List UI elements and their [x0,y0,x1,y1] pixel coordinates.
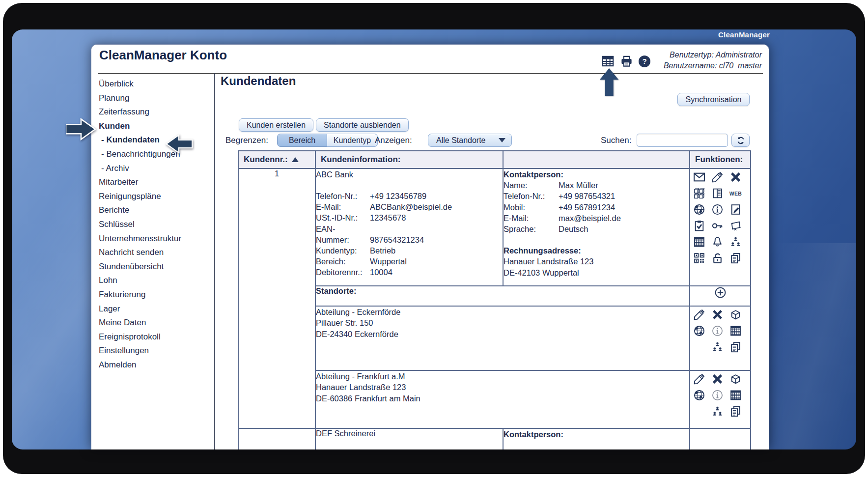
spreadsheet-icon[interactable] [693,236,705,248]
sidebar-item[interactable]: Berichte [99,203,213,218]
printer-icon[interactable] [620,55,633,68]
sidebar-item[interactable]: Schlüssel [99,218,213,232]
window-title: CleanManager Konto [99,48,227,63]
limit-area-button[interactable]: Bereich [277,134,327,147]
create-customer-button[interactable]: Kunden erstellen [239,118,313,132]
search-label: Suchen: [601,136,631,145]
site-row: Abteilung - Frankfurt a.M Hanauer Landst… [238,370,751,428]
sites-filter-dropdown[interactable]: Alle Standorte [428,134,512,147]
contact-row: Name: Max Müller [504,180,689,191]
sidebar-item[interactable]: Einstellungen [99,344,213,358]
sidebar-item[interactable]: Mitarbeiter [99,175,213,190]
mail-icon[interactable] [693,171,705,183]
clipboard-check-icon[interactable] [693,220,705,232]
info-icon[interactable] [711,203,724,216]
globe-icon[interactable] [693,203,705,216]
customer-table-wrap: Kundennr.: Kundeninformation: Funktionen… [238,150,750,449]
refresh-icon [736,136,746,145]
edit-icon[interactable] [711,171,724,183]
qr-code-icon[interactable] [693,252,705,264]
refresh-button[interactable] [731,134,750,147]
copy-icon[interactable] [729,405,742,418]
org-chart-icon[interactable] [711,405,724,418]
customer-name: ABC Bank [316,169,503,180]
col-header-functions: Funktionen: [690,151,751,168]
unlock-icon[interactable] [711,252,724,264]
copy-icon[interactable] [729,252,742,264]
web-link[interactable]: WEB [729,191,742,196]
sidebar-item[interactable]: Meine Daten [99,316,213,330]
col-header-number[interactable]: Kundennr.: [238,151,315,168]
info-row: Kundentyp: Betrieb [316,245,503,256]
sidebar-item[interactable]: - Benachrichtigungen [99,147,213,162]
info-icon[interactable] [711,325,724,337]
copy-icon[interactable] [729,341,742,353]
info-row: Nummer: 987654321234 [316,234,503,245]
annotation-arrow-left-icon [164,134,194,154]
globe-icon[interactable] [693,389,705,401]
add-circle-icon[interactable] [714,286,727,299]
info-icon[interactable] [711,389,724,401]
contact-heading: Kontaktperson: [504,169,689,180]
delete-icon[interactable] [729,171,742,183]
edit-icon[interactable] [693,373,705,385]
sidebar-item[interactable]: Stundenübersicht [99,260,213,274]
customer-row: 1 ABC Bank Telefon-Nr.: +49 123456789 [238,168,751,286]
synchronisation-button[interactable]: Synchronisation [677,93,750,106]
spreadsheet-icon[interactable] [729,389,742,401]
annotation-arrow-up-icon [598,67,620,96]
sidebar-item[interactable]: - Archiv [99,162,213,176]
site-line: DE-60386 Frankfurt am Main [316,393,689,404]
customer-functions-cell: WEB [690,168,751,286]
limit-segmented-control: Bereich Kundentyp [277,134,378,147]
info-row: Bereich: Wuppertal [316,256,503,267]
bell-icon[interactable] [711,236,724,248]
cube-icon[interactable] [729,309,742,321]
key-icon[interactable] [711,220,724,232]
site-functions-cell [690,370,751,428]
sidebar-item[interactable]: Kunden [99,119,213,134]
help-icon[interactable]: ? [639,56,650,67]
sidebar-item[interactable]: Überblick [99,77,213,91]
sidebar-item[interactable]: Reinigungspläne [99,190,213,204]
globe-icon[interactable] [693,325,705,337]
limit-type-button[interactable]: Kundentyp [327,134,378,147]
sidebar-item[interactable]: Fakturierung [99,288,213,302]
note-edit-icon[interactable] [729,203,742,216]
org-chart-icon[interactable] [729,236,742,248]
next-customer-partial-row: DEF Schreinerei Kontaktperson: [238,428,751,449]
cube-icon[interactable] [729,373,742,385]
sidebar-item[interactable]: Unternehmensstruktur [99,232,213,246]
delete-icon[interactable] [711,309,724,321]
contact-list: Name: Max Müller Telefon-Nr.: +49 987654… [504,180,689,234]
edit-icon[interactable] [693,309,705,321]
sort-asc-icon[interactable] [292,157,299,162]
site-line: Abteilung - Frankfurt a.M [316,371,689,382]
site-line: Pillauer Str. 150 [316,317,689,328]
delete-icon[interactable] [711,373,724,385]
plan-board-icon[interactable] [729,220,742,232]
spreadsheet-icon[interactable] [601,55,615,68]
search-input[interactable] [637,134,728,147]
window-toolbar: ? [601,55,650,68]
org-chart-icon[interactable] [711,341,724,353]
brand-watermark: CleanManager [718,30,770,39]
sidebar-item[interactable]: Nachricht senden [99,246,213,260]
site-row: Abteilung - Eckernförde Pillauer Str. 15… [238,306,751,370]
billing-heading: Rechnungsadresse: [504,245,689,256]
toggle-sites-button[interactable]: Standorte ausblenden [316,118,409,132]
sidebar-item[interactable]: Ereignisprotokoll [99,330,213,344]
site-address-cell: Abteilung - Frankfurt a.M Hanauer Landst… [315,370,690,428]
contact-row: Telefon-Nr.: +49 987654321 [504,191,689,201]
catalog-icon[interactable] [711,187,724,199]
sidebar-item[interactable]: Zeiterfassung [99,105,213,119]
sidebar-item[interactable]: Lager [99,302,213,316]
billing-line: DE-42103 Wuppertal [504,267,689,278]
header-divider [98,73,763,74]
sidebar-item[interactable]: Lohn [99,274,213,288]
sidebar-item[interactable]: Planung [99,91,213,106]
sidebar-item[interactable]: Abmelden [99,358,213,372]
spreadsheet-icon[interactable] [729,325,742,337]
app-window: CleanManager Konto ? Benutzertyp: Admini… [91,44,769,449]
boxes-icon[interactable] [693,187,705,199]
